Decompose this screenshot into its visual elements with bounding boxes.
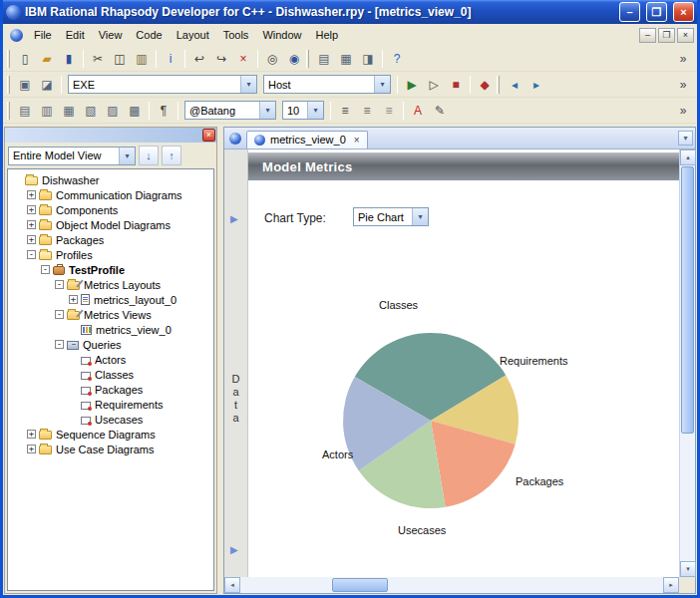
tree-item-requirements[interactable]: Requirements	[11, 397, 213, 412]
menu-file[interactable]: File	[27, 27, 59, 43]
run-button[interactable]: ▶	[401, 75, 423, 95]
tree-toggle-icon[interactable]: -	[41, 265, 50, 274]
menu-window[interactable]: Window	[255, 27, 308, 43]
table-hatch-button[interactable]: ▨	[102, 101, 124, 121]
toolbar-grip[interactable]	[306, 50, 309, 68]
font-combo[interactable]: @Batang▾	[184, 101, 276, 120]
tree-toggle-icon[interactable]: +	[27, 220, 36, 229]
tree-toggle-icon[interactable]: -	[55, 340, 64, 349]
browser-close-button[interactable]: ×	[202, 129, 215, 142]
tree-item-testprofile[interactable]: -TestProfile	[11, 262, 213, 277]
copy-button[interactable]: ◫	[109, 49, 131, 69]
toolbar-grip[interactable]	[7, 50, 10, 68]
webify-button[interactable]: ◨	[357, 49, 379, 69]
horizontal-scroll-track[interactable]	[240, 577, 663, 593]
menu-view[interactable]: View	[92, 27, 130, 43]
browser-titlebar[interactable]: ×	[5, 128, 216, 143]
table-add-button[interactable]: ▤	[14, 101, 36, 121]
tree-toggle-icon[interactable]: +	[27, 430, 36, 439]
chevron-down-icon[interactable]: ▾	[119, 148, 135, 164]
save-button[interactable]: ▮	[58, 49, 80, 69]
tree-toggle-icon[interactable]: -	[55, 280, 64, 289]
tree-item-classes[interactable]: Classes	[11, 367, 213, 382]
report-button[interactable]: ▤	[313, 49, 335, 69]
tree-item-metrics-layouts[interactable]: -Metrics Layouts	[11, 277, 213, 292]
tree-item-dishwasher[interactable]: Dishwasher	[11, 172, 213, 187]
menu-code[interactable]: Code	[129, 27, 169, 43]
help-button[interactable]: ?	[386, 49, 408, 69]
table-dense-button[interactable]: ▩	[124, 101, 146, 121]
tree-toggle-icon[interactable]: -	[27, 250, 36, 259]
tree-item-sequence-diagrams[interactable]: +Sequence Diagrams	[11, 427, 213, 442]
chevron-down-icon[interactable]: ▾	[412, 208, 428, 225]
tab-list-icon[interactable]	[229, 133, 241, 145]
tree-item-packages[interactable]: Packages	[11, 382, 213, 397]
mdi-minimize-button[interactable]: –	[639, 28, 656, 43]
overflow-format-button[interactable]: »	[672, 101, 694, 121]
features-button[interactable]: i	[160, 49, 181, 69]
configuration-combo[interactable]: EXE▾	[68, 75, 257, 94]
table-shade-button[interactable]: ▧	[80, 101, 102, 121]
expand-top-icon[interactable]: ▶	[230, 213, 238, 224]
undo-button[interactable]: ↩	[188, 49, 210, 69]
move-down-button[interactable]: ↓	[139, 146, 159, 165]
tree-item-profiles[interactable]: -Profiles	[11, 247, 213, 262]
scroll-right-button[interactable]: ▸	[663, 577, 679, 593]
tree-item-queries[interactable]: -Queries	[11, 337, 213, 352]
vertical-scroll-track[interactable]	[680, 435, 695, 561]
delete-button[interactable]: ×	[232, 49, 254, 69]
tree-item-actors[interactable]: Actors	[11, 352, 213, 367]
vertical-scroll-thumb[interactable]	[681, 166, 694, 434]
matrix-button[interactable]: ▦	[335, 49, 357, 69]
tree-item-use-case-diagrams[interactable]: +Use Case Diagrams	[11, 442, 213, 456]
chevron-down-icon[interactable]: ▾	[307, 102, 323, 119]
horizontal-scroll-thumb[interactable]	[332, 578, 388, 592]
tree-toggle-icon[interactable]: +	[27, 235, 36, 244]
scroll-down-button[interactable]: ▾	[680, 561, 696, 577]
toolbar-grip[interactable]	[497, 76, 500, 94]
animate-button[interactable]: ▷	[423, 75, 445, 95]
tree-item-metrics-view-0[interactable]: metrics_view_0	[11, 322, 213, 337]
tree-toggle-icon[interactable]: +	[27, 205, 36, 214]
font-color-button[interactable]: A	[407, 101, 429, 121]
cut-button[interactable]: ✂	[87, 49, 109, 69]
expand-bottom-icon[interactable]: ▶	[230, 544, 238, 555]
stop-button[interactable]: ■	[445, 75, 467, 95]
minimize-button[interactable]: –	[619, 2, 640, 22]
tree-item-components[interactable]: +Components	[11, 202, 213, 217]
chevron-down-icon[interactable]: ▾	[240, 76, 256, 93]
tree-toggle-icon[interactable]: +	[27, 190, 36, 199]
chart-type-combo[interactable]: Pie Chart ▾	[353, 207, 429, 226]
paragraph-button[interactable]: ¶	[153, 101, 175, 121]
search-button[interactable]: ◎	[261, 49, 283, 69]
menu-edit[interactable]: Edit	[59, 27, 92, 43]
chevron-down-icon[interactable]: ▾	[259, 102, 275, 119]
close-button[interactable]: ×	[673, 2, 694, 22]
new-button[interactable]: ▯	[14, 49, 36, 69]
align-right-button[interactable]: ≡	[378, 101, 400, 121]
overflow-standard-button[interactable]: »	[672, 49, 694, 69]
generate-button[interactable]: ▣	[14, 75, 36, 95]
toolbar-grip[interactable]	[7, 76, 10, 94]
open-button[interactable]: ▰	[36, 49, 58, 69]
vertical-scrollbar[interactable]: ▴ ▾	[679, 150, 695, 577]
tree-toggle-icon[interactable]: +	[69, 295, 78, 304]
tree-item-communication-diagrams[interactable]: +Communication Diagrams	[11, 187, 213, 202]
maximize-button[interactable]: ❐	[646, 2, 667, 22]
paste-button[interactable]: ▥	[131, 49, 153, 69]
tab-close-icon[interactable]: ×	[354, 135, 360, 146]
build-button[interactable]: ◪	[36, 75, 58, 95]
menu-tools[interactable]: Tools	[216, 27, 256, 43]
redo-button[interactable]: ↪	[210, 49, 232, 69]
tree-toggle-icon[interactable]: -	[55, 310, 64, 319]
tab-metrics-view-0[interactable]: metrics_view_0 ×	[246, 131, 368, 149]
scroll-up-button[interactable]: ▴	[680, 150, 696, 165]
draw-pencil-button[interactable]: ✎	[429, 101, 451, 121]
table-grid-button[interactable]: ▦	[58, 101, 80, 121]
toolbar-grip[interactable]	[7, 102, 10, 120]
tree-toggle-icon[interactable]: +	[27, 445, 36, 453]
breakpoint-button[interactable]: ◆	[474, 75, 496, 95]
overflow-code-button[interactable]: »	[672, 75, 694, 95]
view-selector-combo[interactable]: Entire Model View ▾	[8, 147, 136, 165]
mdi-close-button[interactable]: ×	[677, 28, 694, 43]
